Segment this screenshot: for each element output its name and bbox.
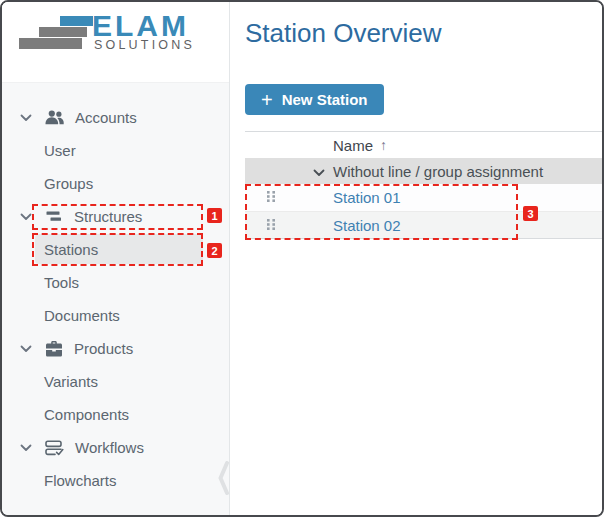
drag-handle-icon[interactable] [266, 189, 277, 206]
main-content: Station Overview + New Station Name ↑ Wi… [231, 2, 602, 515]
group-row-toggle-cell [245, 163, 333, 180]
new-station-button[interactable]: + New Station [245, 84, 384, 115]
sidebar-item-structures[interactable]: Structures [2, 200, 229, 233]
table-row: Station 02 [245, 211, 602, 238]
sidebar-menu: Accounts User Groups Structures [2, 83, 229, 497]
sidebar-item-label: Tools [44, 274, 79, 291]
sidebar-item-label: Stations [44, 241, 98, 258]
sidebar-item-stations[interactable]: Stations [35, 234, 203, 264]
brand-subtitle: SOLUTIONS [94, 39, 195, 52]
plus-icon: + [261, 90, 273, 110]
table-row: Station 01 [245, 184, 602, 211]
sidebar-item-accounts[interactable]: Accounts [2, 101, 229, 134]
briefcase-icon [45, 341, 63, 357]
group-row[interactable]: Without line / group assignment [245, 158, 602, 184]
sidebar-item-flowcharts[interactable]: Flowcharts [2, 464, 229, 497]
sidebar-item-label: Groups [44, 175, 93, 192]
sidebar-collapse-icon[interactable] [218, 461, 229, 495]
chevron-down-icon[interactable] [313, 163, 325, 180]
sidebar-item-variants[interactable]: Variants [2, 365, 229, 398]
stations-table: Name ↑ Without line / group assignment [245, 131, 602, 239]
new-station-button-label: New Station [282, 91, 368, 108]
logo-bar-blue [60, 16, 93, 26]
workflow-stack-icon [45, 440, 64, 456]
chevron-down-icon[interactable] [20, 444, 32, 452]
column-header-name[interactable]: Name [333, 137, 373, 154]
drag-handle-icon[interactable] [266, 217, 277, 234]
sidebar-item-label: Workflows [75, 439, 144, 456]
brand-name: ELAM [92, 11, 189, 41]
sidebar-item-label: Components [44, 406, 129, 423]
sidebar-item-products[interactable]: Products [2, 332, 229, 365]
row-handle-cell [245, 217, 333, 234]
sidebar-item-label: Accounts [75, 109, 137, 126]
hierarchy-bars-icon [45, 209, 63, 224]
elam-logo: ELAM SOLUTIONS [2, 2, 229, 83]
users-icon [45, 110, 64, 125]
chevron-down-icon[interactable] [20, 213, 32, 221]
sidebar-item-label: Variants [44, 373, 98, 390]
page-title: Station Overview [231, 2, 602, 48]
station-link[interactable]: Station 02 [333, 217, 401, 234]
sidebar-item-documents[interactable]: Documents [2, 299, 229, 332]
logo-bar-gray-low [19, 38, 82, 49]
sidebar-item-components[interactable]: Components [2, 398, 229, 431]
sidebar-item-label: Structures [74, 208, 142, 225]
sidebar-item-label: Flowcharts [44, 472, 117, 489]
table-header-row: Name ↑ [245, 132, 602, 158]
chevron-down-icon[interactable] [20, 114, 32, 122]
sidebar-item-user[interactable]: User [2, 134, 229, 167]
sidebar-item-label: Documents [44, 307, 120, 324]
sidebar-item-label: User [44, 142, 76, 159]
sort-asc-icon[interactable]: ↑ [380, 137, 387, 153]
sidebar-item-tools[interactable]: Tools [2, 266, 229, 299]
app-window: ELAM SOLUTIONS Accounts User [0, 0, 604, 517]
sidebar-item-groups[interactable]: Groups [2, 167, 229, 200]
sidebar-item-label: Products [74, 340, 133, 357]
chevron-down-icon[interactable] [20, 345, 32, 353]
sidebar-item-workflows[interactable]: Workflows [2, 431, 229, 464]
group-row-label: Without line / group assignment [333, 163, 543, 180]
station-link[interactable]: Station 01 [333, 189, 401, 206]
logo-bar-gray-mid [39, 27, 87, 37]
sidebar: ELAM SOLUTIONS Accounts User [2, 2, 230, 515]
row-handle-cell [245, 189, 333, 206]
